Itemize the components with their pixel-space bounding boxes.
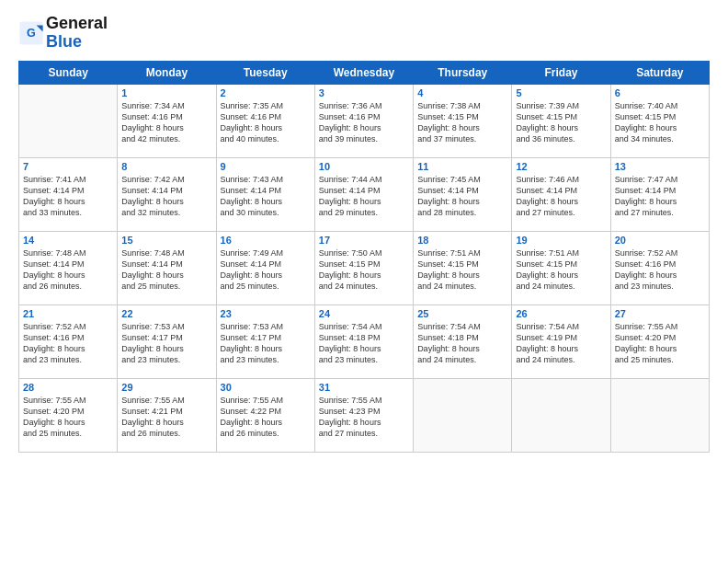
day-number: 4 [417,87,507,98]
calendar-cell: 31Sunrise: 7:55 AM Sunset: 4:23 PM Dayli… [314,378,413,452]
day-number: 3 [319,87,409,98]
day-header-wednesday: Wednesday [314,61,413,84]
calendar-cell: 14Sunrise: 7:48 AM Sunset: 4:14 PM Dayli… [19,231,118,304]
calendar-cell: 30Sunrise: 7:55 AM Sunset: 4:22 PM Dayli… [216,378,314,452]
day-info: Sunrise: 7:38 AM Sunset: 4:15 PM Dayligh… [417,100,507,145]
day-number: 21 [23,308,113,319]
day-number: 11 [417,161,507,172]
day-info: Sunrise: 7:52 AM Sunset: 4:16 PM Dayligh… [23,321,113,366]
calendar-cell: 11Sunrise: 7:45 AM Sunset: 4:14 PM Dayli… [414,157,512,231]
calendar-cell [414,378,512,452]
calendar-cell: 21Sunrise: 7:52 AM Sunset: 4:16 PM Dayli… [19,304,118,378]
day-number: 20 [615,235,705,246]
day-number: 15 [121,235,211,246]
day-header-saturday: Saturday [610,61,709,84]
week-row-4: 21Sunrise: 7:52 AM Sunset: 4:16 PM Dayli… [19,304,710,378]
day-number: 10 [319,161,409,172]
day-number: 22 [121,308,211,319]
day-info: Sunrise: 7:42 AM Sunset: 4:14 PM Dayligh… [121,174,211,219]
day-info: Sunrise: 7:55 AM Sunset: 4:22 PM Dayligh… [221,395,311,440]
day-number: 5 [516,87,606,98]
day-number: 23 [221,308,311,319]
calendar-cell: 18Sunrise: 7:51 AM Sunset: 4:15 PM Dayli… [414,231,512,304]
day-info: Sunrise: 7:43 AM Sunset: 4:14 PM Dayligh… [221,174,311,219]
day-info: Sunrise: 7:55 AM Sunset: 4:20 PM Dayligh… [23,395,113,440]
day-info: Sunrise: 7:54 AM Sunset: 4:18 PM Dayligh… [417,321,507,366]
calendar-cell: 7Sunrise: 7:41 AM Sunset: 4:14 PM Daylig… [19,157,118,231]
day-number: 8 [121,161,211,172]
day-info: Sunrise: 7:48 AM Sunset: 4:14 PM Dayligh… [23,247,113,293]
day-info: Sunrise: 7:41 AM Sunset: 4:14 PM Dayligh… [23,174,113,219]
day-number: 12 [516,161,606,172]
day-header-monday: Monday [118,61,216,84]
calendar-cell: 12Sunrise: 7:46 AM Sunset: 4:14 PM Dayli… [512,157,610,231]
calendar-cell: 8Sunrise: 7:42 AM Sunset: 4:14 PM Daylig… [118,157,216,231]
day-number: 9 [221,161,311,172]
day-info: Sunrise: 7:35 AM Sunset: 4:16 PM Dayligh… [221,100,311,145]
calendar-table: SundayMondayTuesdayWednesdayThursdayFrid… [18,61,710,453]
week-row-5: 28Sunrise: 7:55 AM Sunset: 4:20 PM Dayli… [19,378,710,452]
calendar-cell: 4Sunrise: 7:38 AM Sunset: 4:15 PM Daylig… [414,84,512,157]
calendar-cell: 26Sunrise: 7:54 AM Sunset: 4:19 PM Dayli… [512,304,610,378]
day-number: 17 [319,235,409,246]
calendar-cell: 3Sunrise: 7:36 AM Sunset: 4:16 PM Daylig… [314,84,413,157]
calendar-cell: 20Sunrise: 7:52 AM Sunset: 4:16 PM Dayli… [610,231,709,304]
calendar-cell: 22Sunrise: 7:53 AM Sunset: 4:17 PM Dayli… [118,304,216,378]
day-info: Sunrise: 7:54 AM Sunset: 4:18 PM Dayligh… [319,321,409,366]
logo: G General Blue [18,15,108,52]
day-info: Sunrise: 7:47 AM Sunset: 4:14 PM Dayligh… [615,174,705,219]
day-number: 29 [121,382,211,393]
week-row-2: 7Sunrise: 7:41 AM Sunset: 4:14 PM Daylig… [19,157,710,231]
calendar-cell: 27Sunrise: 7:55 AM Sunset: 4:20 PM Dayli… [610,304,709,378]
calendar-cell: 19Sunrise: 7:51 AM Sunset: 4:15 PM Dayli… [512,231,610,304]
calendar-cell: 9Sunrise: 7:43 AM Sunset: 4:14 PM Daylig… [216,157,314,231]
svg-text:G: G [27,26,36,39]
day-header-thursday: Thursday [414,61,512,84]
day-info: Sunrise: 7:53 AM Sunset: 4:17 PM Dayligh… [121,321,211,366]
day-info: Sunrise: 7:55 AM Sunset: 4:20 PM Dayligh… [615,321,705,366]
day-info: Sunrise: 7:39 AM Sunset: 4:15 PM Dayligh… [516,100,606,145]
day-info: Sunrise: 7:54 AM Sunset: 4:19 PM Dayligh… [516,321,606,366]
header: G General Blue [18,15,710,52]
day-number: 18 [417,235,507,246]
calendar-cell: 17Sunrise: 7:50 AM Sunset: 4:15 PM Dayli… [314,231,413,304]
calendar-cell: 24Sunrise: 7:54 AM Sunset: 4:18 PM Dayli… [314,304,413,378]
day-number: 24 [319,308,409,319]
day-info: Sunrise: 7:44 AM Sunset: 4:14 PM Dayligh… [319,174,409,219]
day-info: Sunrise: 7:46 AM Sunset: 4:14 PM Dayligh… [516,174,606,219]
day-number: 25 [417,308,507,319]
week-row-3: 14Sunrise: 7:48 AM Sunset: 4:14 PM Dayli… [19,231,710,304]
calendar-cell [610,378,709,452]
day-info: Sunrise: 7:52 AM Sunset: 4:16 PM Dayligh… [615,247,705,293]
day-info: Sunrise: 7:55 AM Sunset: 4:23 PM Dayligh… [319,395,409,440]
page: G General Blue SundayMondayTuesdayWednes… [0,0,728,563]
day-info: Sunrise: 7:55 AM Sunset: 4:21 PM Dayligh… [121,395,211,440]
day-info: Sunrise: 7:48 AM Sunset: 4:14 PM Dayligh… [121,247,211,293]
day-number: 14 [23,235,113,246]
day-header-sunday: Sunday [19,61,118,84]
calendar-cell: 2Sunrise: 7:35 AM Sunset: 4:16 PM Daylig… [216,84,314,157]
day-number: 31 [319,382,409,393]
day-number: 30 [221,382,311,393]
day-number: 16 [221,235,311,246]
day-number: 7 [23,161,113,172]
calendar-cell: 13Sunrise: 7:47 AM Sunset: 4:14 PM Dayli… [610,157,709,231]
calendar-cell: 10Sunrise: 7:44 AM Sunset: 4:14 PM Dayli… [314,157,413,231]
calendar-cell: 6Sunrise: 7:40 AM Sunset: 4:15 PM Daylig… [610,84,709,157]
calendar-cell: 28Sunrise: 7:55 AM Sunset: 4:20 PM Dayli… [19,378,118,452]
calendar-cell: 1Sunrise: 7:34 AM Sunset: 4:16 PM Daylig… [118,84,216,157]
day-info: Sunrise: 7:53 AM Sunset: 4:17 PM Dayligh… [221,321,311,366]
day-number: 19 [516,235,606,246]
day-number: 13 [615,161,705,172]
calendar-cell: 15Sunrise: 7:48 AM Sunset: 4:14 PM Dayli… [118,231,216,304]
day-number: 28 [23,382,113,393]
calendar-cell: 25Sunrise: 7:54 AM Sunset: 4:18 PM Dayli… [414,304,512,378]
calendar-cell [512,378,610,452]
calendar-cell: 23Sunrise: 7:53 AM Sunset: 4:17 PM Dayli… [216,304,314,378]
calendar-cell: 5Sunrise: 7:39 AM Sunset: 4:15 PM Daylig… [512,84,610,157]
day-info: Sunrise: 7:51 AM Sunset: 4:15 PM Dayligh… [516,247,606,293]
calendar-body: 1Sunrise: 7:34 AM Sunset: 4:16 PM Daylig… [19,84,710,452]
day-header-tuesday: Tuesday [216,61,314,84]
day-info: Sunrise: 7:36 AM Sunset: 4:16 PM Dayligh… [319,100,409,145]
day-header-row: SundayMondayTuesdayWednesdayThursdayFrid… [19,61,710,84]
